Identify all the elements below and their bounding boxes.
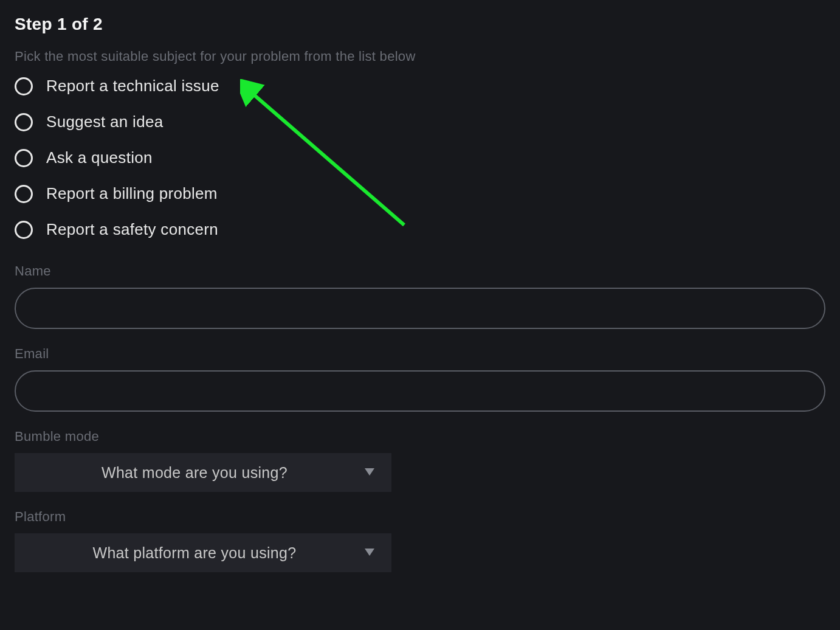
radio-safety-concern[interactable]: Report a safety concern [15,220,825,239]
radio-circle-icon [15,149,33,167]
name-field-group: Name [15,263,825,329]
radio-circle-icon [15,77,33,95]
mode-label: Bumble mode [15,429,825,445]
name-input[interactable] [15,288,825,329]
radio-technical-issue[interactable]: Report a technical issue [15,77,825,95]
radio-label: Report a technical issue [46,77,219,95]
radio-billing-problem[interactable]: Report a billing problem [15,184,825,203]
email-input[interactable] [15,370,825,412]
email-label: Email [15,346,825,362]
radio-label: Report a safety concern [46,220,218,239]
mode-select-wrapper: What mode are you using? [15,453,391,492]
radio-circle-icon [15,113,33,131]
radio-circle-icon [15,185,33,203]
radio-label: Ask a question [46,148,153,167]
step-title: Step 1 of 2 [15,15,825,34]
radio-label: Suggest an idea [46,112,163,131]
radio-ask-question[interactable]: Ask a question [15,148,825,167]
radio-suggest-idea[interactable]: Suggest an idea [15,112,825,131]
platform-label: Platform [15,509,825,525]
radio-circle-icon [15,221,33,239]
subject-radio-group: Report a technical issue Suggest an idea… [15,77,825,239]
platform-select-wrapper: What platform are you using? [15,533,391,572]
name-label: Name [15,263,825,279]
email-field-group: Email [15,346,825,412]
platform-field-group: Platform What platform are you using? [15,509,825,572]
mode-field-group: Bumble mode What mode are you using? [15,429,825,492]
mode-select[interactable]: What mode are you using? [15,453,391,492]
platform-select[interactable]: What platform are you using? [15,533,391,572]
instruction-text: Pick the most suitable subject for your … [15,49,825,64]
radio-label: Report a billing problem [46,184,218,203]
